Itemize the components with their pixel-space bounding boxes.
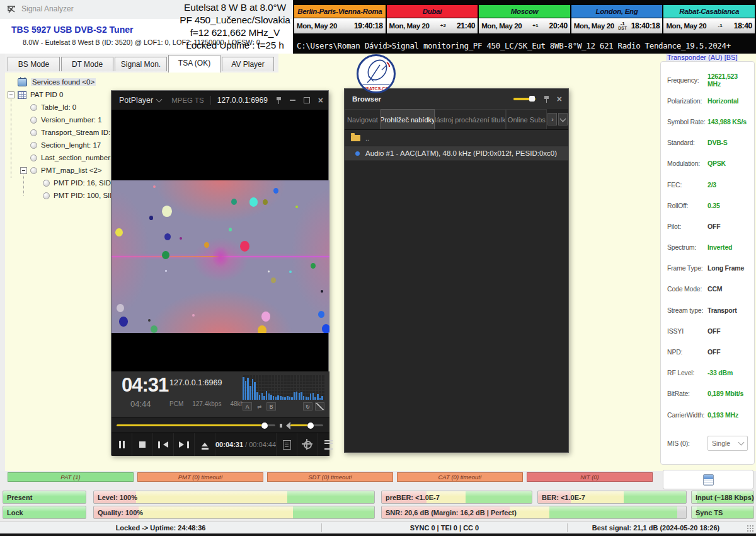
- pin-icon[interactable]: [276, 96, 282, 104]
- pin-icon[interactable]: [544, 95, 549, 103]
- stop-button[interactable]: [132, 433, 153, 456]
- volume-icon[interactable]: [282, 422, 290, 429]
- sync-ts-indicator: Sync TS: [691, 506, 754, 519]
- annotation-line: PF 450_Lučenec/Slovakia: [177, 14, 293, 26]
- tab-navigovat[interactable]: Navigovat: [345, 109, 381, 129]
- tp-value: Transport: [707, 306, 737, 314]
- audio-track-row[interactable]: Audio #1 - AAC(LATM), 48.0 kHz (PID:0x01…: [345, 146, 568, 161]
- preber-bar: preBER: <1.0E-7: [381, 491, 532, 504]
- playback-info-panel: 04:31 04:44 127.0.0.1:6969 PCM127.4kbps4…: [112, 371, 329, 417]
- tp-label: Spectrum:: [667, 243, 707, 251]
- tp-value: Horizontal: [707, 97, 738, 105]
- clock-london: London, Eng Mon, May 20-1DST18:40:18: [571, 4, 663, 34]
- tree-item-pat[interactable]: PAT PID 0: [8, 88, 115, 101]
- tree-item-table-id[interactable]: Table_Id: 0: [8, 101, 115, 114]
- tp-value: 12621,523 MHz: [707, 73, 748, 88]
- tree-item-pmt-16[interactable]: PMT PID: 16, SID: 0: [8, 177, 115, 189]
- snr-bar: SNR: 20,6 dB (Margin: 16,2 dB | Perfect): [381, 506, 687, 519]
- lock-indicator: Lock: [3, 506, 86, 519]
- tree-item-version[interactable]: Version_number: 1: [8, 114, 115, 126]
- potplayer-menu[interactable]: PotPlayer: [119, 96, 153, 105]
- node-icon: [30, 167, 37, 174]
- quality-bar: Quality: 100%: [93, 506, 375, 519]
- expand-icon[interactable]: [315, 402, 324, 411]
- folder-icon: [351, 135, 360, 141]
- tp-value: 0.35: [707, 202, 720, 209]
- tree-item-services[interactable]: Services found <0>: [8, 76, 115, 88]
- settings-gear-button[interactable]: [297, 433, 318, 456]
- close-icon[interactable]: ×: [318, 96, 323, 105]
- tab-dt-mode[interactable]: DT Mode: [61, 57, 113, 71]
- clock-table: Berlin-Paris-Vienna-Roma Mon, May 2019:4…: [294, 4, 755, 34]
- volume-knob[interactable]: [307, 422, 314, 429]
- stream-title: 127.0.0.1:6969: [169, 378, 222, 387]
- tab-av-player[interactable]: AV Player: [222, 57, 274, 71]
- tp-label: RF Level:: [667, 369, 707, 376]
- tab-bs-mode[interactable]: BS Mode: [8, 57, 60, 71]
- previous-button[interactable]: [153, 433, 174, 456]
- collapse-expander-icon[interactable]: [8, 91, 14, 98]
- mis-select[interactable]: Single: [707, 436, 748, 451]
- potplayer-titlebar[interactable]: PotPlayer MPEG TS 127.0.0.1:6969 ×: [112, 91, 328, 110]
- close-icon[interactable]: ×: [557, 95, 562, 103]
- resize-grip[interactable]: [747, 525, 754, 532]
- node-icon: [43, 192, 50, 199]
- menu-button[interactable]: [318, 433, 338, 456]
- divider: [210, 96, 211, 105]
- seek-knob[interactable]: [261, 422, 268, 429]
- transponder-panel-title: Transponder (AU) [BS]: [666, 54, 738, 61]
- audio-track-label: Audio #1 - AAC(LATM), 48.0 kHz (PID:0x01…: [365, 149, 557, 157]
- browser-title: Browser: [352, 95, 381, 103]
- tab-scroll-right-icon[interactable]: ›: [547, 113, 557, 125]
- tp-label: Modulation:: [667, 160, 707, 167]
- tp-label: Polarization:: [667, 97, 707, 105]
- tree-item-last-section[interactable]: Last_section_number: 0: [8, 151, 115, 164]
- tp-value: Inverted: [707, 243, 732, 251]
- opacity-slider[interactable]: [513, 98, 536, 100]
- tp-value: OFF: [707, 348, 720, 356]
- loop-icon[interactable]: ↻: [303, 402, 312, 411]
- tp-label: Frequency:: [667, 76, 707, 84]
- tab-signal-mon[interactable]: Signal Mon.: [115, 57, 167, 71]
- clock-time: 18:40:18: [631, 21, 660, 30]
- ab-repeat-a-button[interactable]: A: [243, 402, 252, 411]
- tab-overflow-icon[interactable]: [558, 113, 568, 125]
- parent-directory-row[interactable]: ..: [345, 130, 568, 146]
- eject-button[interactable]: [195, 433, 215, 456]
- tab-tsa[interactable]: TSA (OK): [168, 55, 220, 73]
- annotation-overlay: Eutelsat 8 W B at 8.0°W PF 450_Lučenec/S…: [177, 1, 293, 52]
- video-area[interactable]: [112, 110, 328, 371]
- tab-online-subs[interactable]: Online Subs: [506, 109, 547, 129]
- ber-bar: BER: <1.0E-7: [537, 491, 687, 504]
- annotation-line: Eutelsat 8 W B at 8.0°W: [177, 1, 293, 14]
- tab-prohlizec-nabidky[interactable]: Prohlížeč nabídky: [381, 109, 435, 129]
- ab-repeat-b-button[interactable]: B: [266, 402, 276, 411]
- pause-button[interactable]: [112, 433, 132, 456]
- annotation-line: f=12 621,662 MHz_V: [177, 26, 293, 39]
- tree-item-section-length[interactable]: Section_lenght: 17: [8, 139, 115, 151]
- node-icon: [30, 142, 37, 149]
- minimize-icon[interactable]: [290, 100, 295, 101]
- clock-city-label: London, Eng: [571, 5, 663, 18]
- next-button[interactable]: [174, 433, 195, 456]
- tp-value: OFF: [707, 327, 720, 335]
- mode-tabstrip: BS Mode DT Mode Signal Mon. TSA (OK) AV …: [5, 54, 278, 73]
- ab-swap-icon[interactable]: ⇄: [255, 402, 264, 411]
- tree-item-pmt-map-list[interactable]: PMT_map_list <2>: [8, 164, 115, 177]
- tp-label: FEC:: [667, 181, 707, 189]
- seek-bar[interactable]: [117, 424, 265, 426]
- database-button[interactable]: [663, 470, 753, 489]
- tree-item-ts-id[interactable]: Transport_Stream ID: 1: [8, 126, 115, 139]
- best-signal-status: Best signal: 21,1 dB (2024-05-20 18:26): [568, 522, 744, 534]
- tree-item-pmt-100[interactable]: PMT PID: 100, SID: 0: [8, 189, 115, 202]
- playlist-button[interactable]: [276, 433, 297, 456]
- signal-analyzer-window: Signal Analyzer TBS 5927 USB DVB-S2 Tune…: [0, 0, 756, 536]
- node-icon: [43, 180, 50, 187]
- clock-city-label: Rabat-Casablanca: [663, 5, 755, 18]
- tab-nastroj-titulku[interactable]: Nástroj procházení titulků: [435, 109, 507, 129]
- dxsatcs-logo: DXSATCS.COM: [357, 54, 396, 93]
- node-icon: [30, 104, 37, 111]
- maximize-icon[interactable]: [304, 97, 310, 103]
- tp-value: 0,189 Mbit/s: [707, 390, 743, 397]
- collapse-expander-icon[interactable]: [20, 167, 27, 174]
